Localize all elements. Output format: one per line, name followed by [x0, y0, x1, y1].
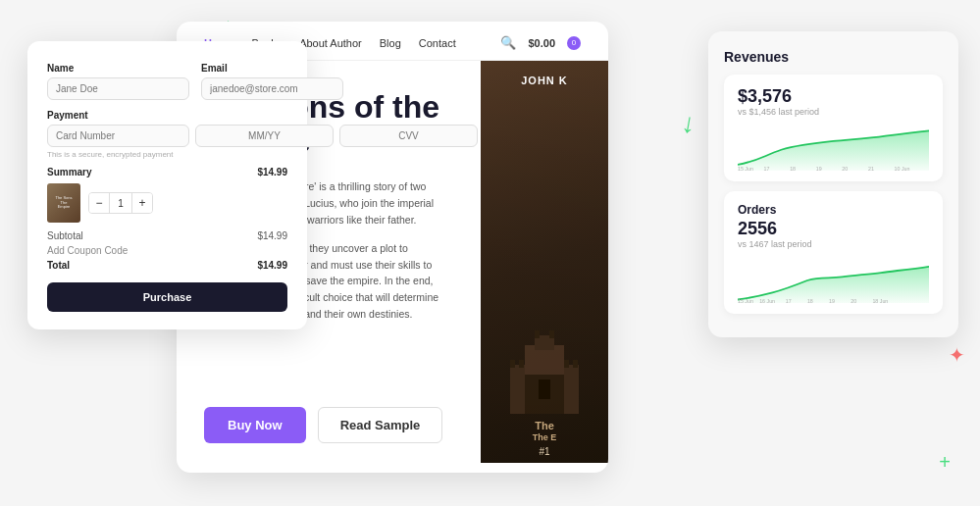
name-email-row: Name Email — [47, 63, 287, 100]
name-input[interactable] — [47, 77, 189, 100]
book-thumbnail: The SonsTheEmpire — [47, 183, 80, 223]
orders-title: Orders — [738, 203, 929, 217]
cart-badge[interactable]: 0 — [567, 36, 581, 50]
book-thumb-text: The SonsTheEmpire — [53, 194, 74, 212]
svg-rect-8 — [573, 360, 578, 368]
svg-text:16 Jun: 16 Jun — [759, 298, 775, 304]
buy-now-button[interactable]: Buy Now — [204, 407, 306, 443]
cover-castle-icon — [505, 316, 584, 414]
qty-control: − 1 + — [88, 192, 153, 214]
svg-rect-6 — [519, 360, 524, 368]
svg-text:20: 20 — [851, 298, 856, 304]
summary-label: Summary — [47, 167, 92, 177]
cover-author: JOHN K — [481, 75, 608, 86]
name-label: Name — [47, 63, 189, 74]
summary-header: Summary $14.99 — [47, 167, 287, 177]
checkout-card: Name Email Payment This is a secure, enc… — [27, 41, 307, 329]
purchase-button[interactable]: Purchase — [47, 282, 287, 312]
summary-price: $14.99 — [257, 167, 287, 177]
book-cover-image: JOHN K — [481, 61, 608, 463]
svg-text:17: 17 — [786, 298, 792, 304]
payment-label: Payment — [47, 110, 287, 121]
nav-link-contact[interactable]: Contact — [419, 37, 456, 49]
revenue-metric-card: $3,576 vs $1,456 last period 15 Jun 17 1… — [724, 75, 943, 181]
email-field-group: Email — [201, 63, 343, 100]
svg-text:15 Jun: 15 Jun — [738, 298, 753, 304]
orders-chart: 15 Jun 16 Jun 17 18 19 20 18 Jun — [738, 255, 929, 306]
svg-rect-5 — [510, 360, 515, 368]
orders-compare: vs 1467 last period — [738, 239, 929, 249]
read-sample-button[interactable]: Read Sample — [318, 407, 443, 443]
subtotal-price: $14.99 — [257, 230, 287, 241]
scene: ↗ ↓ ★ ✦ + ↓ Name Email Payment This is a… — [0, 0, 980, 506]
revenue-chart: 15 Jun 17 18 19 20 21 10 Jun — [738, 123, 929, 174]
svg-text:18 Jun: 18 Jun — [872, 298, 888, 304]
svg-text:15 Jun: 15 Jun — [738, 166, 753, 172]
qty-increase-button[interactable]: + — [132, 193, 152, 213]
orders-metric-card: Orders 2556 vs 1467 last period 15 Jun 1… — [724, 191, 943, 314]
revenue-compare: vs $1,456 last period — [738, 107, 929, 117]
subtotal-row: Subtotal $14.99 — [47, 230, 287, 241]
cover-title-line-1: The — [481, 420, 608, 432]
svg-text:19: 19 — [816, 166, 822, 172]
orders-value: 2556 — [738, 219, 929, 239]
total-row: Total $14.99 — [47, 260, 287, 271]
svg-rect-9 — [535, 330, 540, 338]
revenue-chart-svg: 15 Jun 17 18 19 20 21 10 Jun — [738, 123, 929, 174]
secure-note: This is a secure, encrypted payment — [47, 150, 287, 159]
svg-text:19: 19 — [829, 298, 835, 304]
svg-rect-10 — [549, 330, 554, 338]
name-field-group: Name — [47, 63, 189, 100]
total-price: $14.99 — [257, 260, 287, 271]
coupon-row[interactable]: Add Coupon Code — [47, 245, 287, 256]
revenue-value: $3,576 — [738, 86, 929, 107]
plus-deco-2: + — [939, 451, 951, 474]
cover-title-bottom: The The E — [481, 420, 608, 443]
total-label: Total — [47, 260, 70, 271]
qty-value: 1 — [109, 193, 132, 213]
payment-row — [47, 125, 287, 147]
svg-rect-7 — [564, 360, 569, 368]
coupon-label[interactable]: Add Coupon Code — [47, 245, 128, 256]
svg-text:17: 17 — [764, 166, 770, 172]
svg-text:10 Jun: 10 Jun — [895, 166, 910, 172]
arrow-deco-2: ↓ — [679, 107, 697, 140]
cover-number: #1 — [539, 446, 549, 457]
analytics-title: Revenues — [724, 49, 943, 65]
plus-deco-1: ✦ — [949, 343, 965, 367]
item-row: The SonsTheEmpire − 1 + — [47, 183, 287, 223]
svg-text:18: 18 — [790, 166, 796, 172]
book-cover-section: JOHN K — [481, 61, 608, 463]
svg-text:21: 21 — [868, 166, 874, 172]
analytics-card: Revenues $3,576 vs $1,456 last period 15… — [708, 31, 958, 337]
cvv-input[interactable] — [339, 125, 478, 147]
card-number-input[interactable] — [47, 125, 189, 147]
cover-title-line-2: The E — [481, 432, 608, 443]
nav-link-about[interactable]: About Author — [299, 37, 362, 49]
email-input[interactable] — [201, 77, 343, 100]
subtotal-label: Subtotal — [47, 230, 83, 241]
svg-rect-1 — [510, 365, 525, 414]
qty-decrease-button[interactable]: − — [89, 193, 109, 213]
search-icon[interactable]: 🔍 — [500, 35, 516, 50]
svg-text:18: 18 — [807, 298, 813, 304]
svg-rect-2 — [564, 365, 579, 414]
nav-price: $0.00 — [528, 37, 555, 49]
nav-link-blog[interactable]: Blog — [380, 37, 401, 49]
email-label: Email — [201, 63, 343, 74]
svg-rect-11 — [539, 380, 550, 399]
mmyy-input[interactable] — [195, 125, 334, 147]
nav-icons: 🔍 $0.00 0 — [500, 35, 581, 50]
orders-chart-svg: 15 Jun 16 Jun 17 18 19 20 18 Jun — [738, 255, 929, 306]
book-actions: Buy Now Read Sample — [204, 407, 453, 443]
svg-text:20: 20 — [842, 166, 848, 172]
